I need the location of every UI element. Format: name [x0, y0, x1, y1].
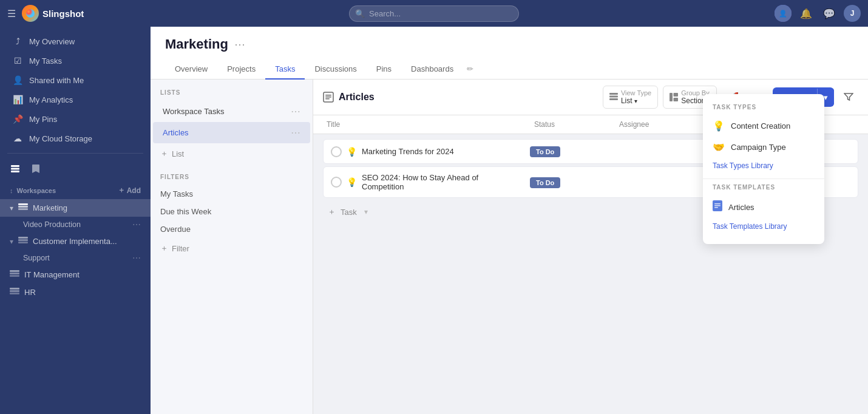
sidebar-view-tabs: [0, 158, 151, 179]
filter-button[interactable]: [839, 89, 858, 105]
list-item-articles[interactable]: Articles ⋯: [153, 122, 310, 143]
chat-icon[interactable]: 💬: [821, 5, 838, 22]
sidebar-item-tasks[interactable]: ☑ My Tasks: [2, 51, 148, 70]
sidebar-item-label-shared: Shared with Me: [29, 76, 84, 85]
tab-projects[interactable]: Projects: [217, 59, 265, 80]
filter-my-tasks[interactable]: My Tasks: [151, 185, 313, 203]
svg-rect-9: [18, 242, 28, 243]
user-avatar[interactable]: J: [844, 5, 861, 22]
status-badge-2[interactable]: To Do: [530, 177, 560, 188]
tab-dashboards[interactable]: Dashboards: [401, 59, 463, 80]
top-nav: ☰ Slingshot 🔍: [0, 0, 868, 27]
hamburger-icon[interactable]: ☰: [7, 8, 16, 19]
sidebar-item-shared[interactable]: 👤 Shared with Me: [2, 70, 148, 90]
sidebar-tab-bookmark[interactable]: [25, 160, 46, 178]
marketing-stack-icon: [18, 203, 28, 213]
workspace-item-it[interactable]: IT Management ⋯: [0, 266, 151, 283]
it-stack-icon: [10, 270, 19, 280]
page-tabs: Overview Projects Tasks Discussions Pins…: [165, 59, 853, 79]
view-type-button[interactable]: View Type List ▾: [603, 86, 658, 109]
svg-rect-13: [10, 273, 19, 274]
video-more-icon[interactable]: ⋯: [132, 220, 141, 229]
list-item-workspace-tasks[interactable]: Workspace Tasks ⋯: [153, 101, 310, 122]
svg-rect-29: [714, 203, 721, 205]
add-filter-button[interactable]: ＋ Filter: [151, 238, 313, 259]
add-task-row-chevron[interactable]: ▾: [364, 208, 368, 216]
workspace-tasks-more[interactable]: ⋯: [291, 106, 300, 117]
svg-rect-11: [18, 237, 28, 239]
sidebar-item-analytics[interactable]: 📊 My Analytics: [2, 90, 148, 109]
add-list-icon: ＋: [160, 148, 168, 159]
add-workspace-button[interactable]: ＋ Add: [118, 185, 141, 195]
tab-overview[interactable]: Overview: [165, 59, 217, 80]
svg-rect-15: [10, 293, 19, 294]
header-assignee: Assignee: [615, 115, 713, 134]
sidebar-item-label-overview: My Overview: [29, 37, 75, 46]
workspace-item-customer[interactable]: ▾ Customer Implementa... ⋯: [0, 232, 151, 250]
svg-rect-6: [18, 208, 28, 210]
add-list-button[interactable]: ＋ List: [151, 143, 313, 164]
lists-panel: LISTS Workspace Tasks ⋯ Articles ⋯ ＋ Lis…: [151, 80, 313, 414]
sidebar-divider: [7, 153, 143, 154]
support-more-icon[interactable]: ⋯: [132, 253, 141, 263]
svg-rect-5: [11, 171, 19, 172]
workspace-item-hr[interactable]: HR ⋯: [0, 283, 151, 301]
svg-rect-16: [10, 290, 19, 292]
filter-overdue[interactable]: Overdue: [151, 220, 313, 238]
task-checkbox-2[interactable]: [331, 177, 342, 188]
task-title-text-1: Marketing Trends for 2024: [362, 147, 454, 156]
task-title-text-2: SEO 2024: How to Stay Ahead of Competiti…: [362, 173, 523, 191]
task-checkbox-1[interactable]: [331, 146, 342, 157]
page-title-row: Marketing ⋯: [165, 36, 853, 52]
dropdown-articles-template[interactable]: Articles: [703, 195, 824, 219]
sidebar-item-label-cloud: My Cloud Storage: [29, 134, 92, 143]
shared-icon: 👤: [12, 75, 23, 85]
workspace-it-label: IT Management: [24, 270, 127, 279]
edit-tabs-icon[interactable]: ✏: [463, 59, 477, 79]
status-badge-1[interactable]: To Do: [530, 146, 560, 157]
sidebar-tab-stacks[interactable]: [5, 160, 25, 178]
workspace-item-marketing[interactable]: ▾ Marketing ⋯: [0, 199, 151, 217]
filter-due-this-week[interactable]: Due this Week: [151, 203, 313, 220]
bell-icon[interactable]: 🔔: [798, 5, 815, 22]
articles-more[interactable]: ⋯: [291, 127, 300, 138]
sidebar-item-label-tasks: My Tasks: [29, 56, 62, 66]
ws-child-support[interactable]: Support ⋯: [0, 250, 151, 266]
ws-child-video-production[interactable]: Video Production ⋯: [0, 217, 151, 232]
logo[interactable]: Slingshot: [22, 5, 84, 22]
content-creation-icon: 💡: [713, 120, 725, 132]
svg-rect-8: [18, 203, 28, 205]
sidebar-item-label-pins: My Pins: [29, 115, 57, 124]
svg-rect-27: [674, 98, 679, 101]
task-type-dropdown: TASK TYPES 💡 Content Creation 🤝 Campaign…: [703, 94, 824, 244]
sidebar-item-cloud[interactable]: ☁ My Cloud Storage: [2, 129, 148, 148]
svg-rect-20: [325, 97, 331, 98]
workspaces-header: ↕ Workspaces ＋ Add: [0, 182, 151, 199]
dropdown-campaign-type[interactable]: 🤝 Campaign Type: [703, 137, 824, 158]
tab-tasks[interactable]: Tasks: [265, 59, 305, 80]
task-title-cell-2: 💡 SEO 2024: How to Stay Ahead of Competi…: [327, 167, 526, 197]
svg-rect-26: [674, 93, 679, 97]
dropdown-divider: [703, 178, 824, 179]
task-templates-library-link[interactable]: Task Templates Library: [703, 219, 824, 237]
page-title-more-icon[interactable]: ⋯: [234, 38, 245, 51]
tab-pins[interactable]: Pins: [367, 59, 401, 80]
cloud-icon: ☁: [12, 134, 23, 143]
task-types-library-link[interactable]: Task Types Library: [703, 158, 824, 176]
sidebar-item-label-analytics: My Analytics: [29, 95, 73, 104]
svg-rect-14: [10, 270, 19, 272]
sidebar-item-overview[interactable]: ⤴ My Overview: [2, 32, 148, 51]
task-status-cell-2: To Do: [526, 171, 611, 194]
dropdown-content-creation[interactable]: 💡 Content Creation: [703, 115, 824, 137]
search-container: 🔍: [349, 5, 519, 22]
search-area: 🔍: [349, 5, 519, 22]
logo-icon: [22, 5, 39, 22]
svg-point-0: [26, 9, 35, 18]
tab-discussions[interactable]: Discussions: [305, 59, 366, 80]
svg-rect-25: [670, 93, 673, 101]
search-input[interactable]: [349, 5, 519, 22]
svg-rect-4: [11, 168, 19, 170]
user-avatar-img[interactable]: 👤: [775, 5, 792, 22]
sidebar-item-pins[interactable]: 📌 My Pins: [2, 109, 148, 129]
view-type-icon: [609, 93, 618, 101]
